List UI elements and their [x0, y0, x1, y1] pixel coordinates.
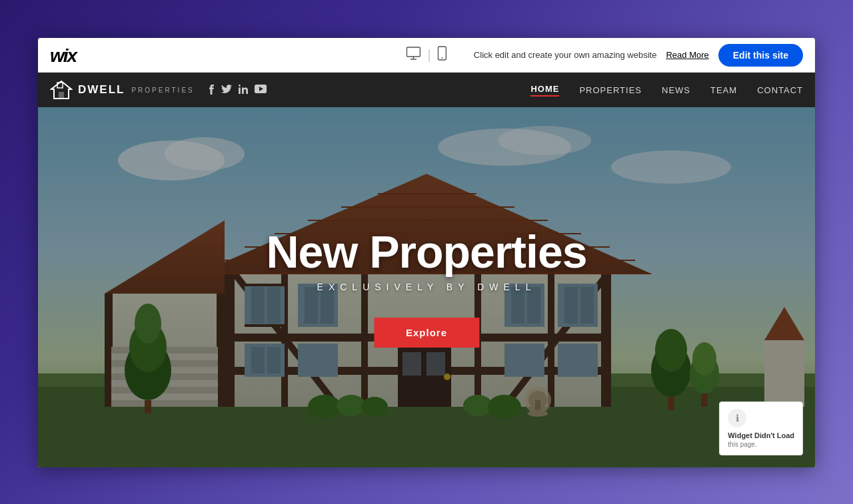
hero-title: New Properties	[266, 227, 586, 277]
device-separator: |	[427, 47, 430, 63]
nav-news[interactable]: News	[662, 85, 690, 95]
hero-section: New Properties EXCLUSIVELY BY DWELL Expl…	[38, 107, 815, 467]
widget-error-title: Widget Didn't Load	[728, 431, 794, 439]
svg-rect-5	[59, 92, 64, 99]
svg-text:wix: wix	[50, 46, 79, 65]
nav-home[interactable]: Home	[530, 84, 559, 97]
social-icons	[208, 84, 267, 97]
browser-frame: wix | Click edit and create your own	[38, 38, 815, 467]
brand-name: DWELL	[78, 83, 125, 97]
site-brand: DWELL PROPERTIES	[50, 80, 195, 100]
nav-links: Home Properties News Team Contact	[530, 84, 803, 97]
device-icons: |	[406, 46, 446, 64]
nav-team[interactable]: Team	[710, 85, 737, 95]
facebook-icon[interactable]	[208, 84, 215, 97]
desktop-icon[interactable]	[406, 47, 421, 63]
site-logo-icon	[50, 80, 73, 100]
nav-properties[interactable]: Properties	[579, 85, 642, 95]
mobile-icon[interactable]	[438, 46, 447, 64]
svg-rect-7	[239, 87, 241, 94]
site-nav: DWELL PROPERTIES	[38, 73, 815, 107]
edit-site-button[interactable]: Edit this site	[718, 44, 803, 67]
hero-content: New Properties EXCLUSIVELY BY DWELL Expl…	[266, 227, 586, 348]
hero-subtitle: EXCLUSIVELY BY DWELL	[266, 282, 586, 292]
widget-error-body: this page.	[728, 441, 794, 448]
twitter-icon[interactable]	[221, 85, 232, 96]
widget-error-icon: ℹ	[728, 409, 746, 427]
svg-point-3	[442, 57, 443, 59]
wix-logo: wix	[50, 46, 81, 65]
svg-point-8	[239, 85, 241, 87]
explore-button[interactable]: Explore	[374, 318, 479, 348]
nav-contact[interactable]: Contact	[757, 85, 803, 95]
youtube-icon[interactable]	[255, 85, 267, 95]
read-more-link[interactable]: Read More	[666, 50, 708, 60]
wix-bar: wix | Click edit and create your own	[38, 38, 815, 73]
brand-sub: PROPERTIES	[131, 87, 194, 94]
promo-text: Click edit and create your own amazing w…	[474, 50, 657, 60]
svg-rect-1	[407, 47, 420, 57]
wix-bar-right: Click edit and create your own amazing w…	[474, 44, 803, 67]
linkedin-icon[interactable]	[239, 85, 248, 96]
wix-logo-svg: wix	[50, 46, 81, 65]
widget-error: ℹ Widget Didn't Load this page.	[719, 401, 803, 455]
